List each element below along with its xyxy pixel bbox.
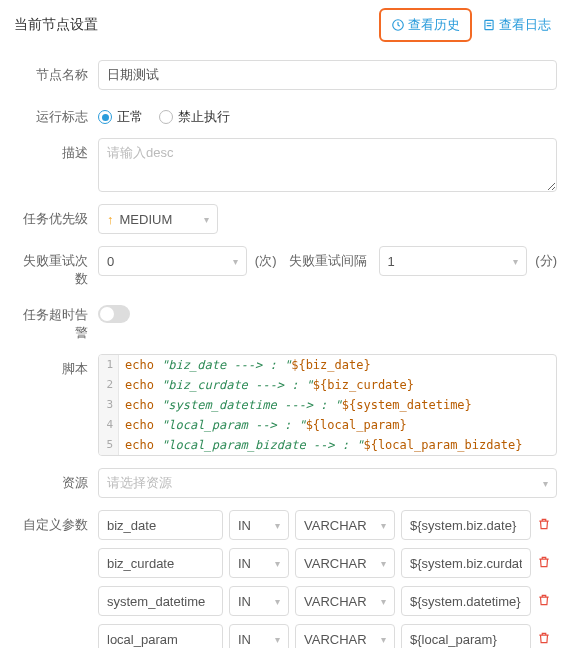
timeout-alarm-label: 任务超时告警	[14, 300, 98, 342]
param-value-input[interactable]	[401, 586, 531, 616]
param-name-input[interactable]	[98, 586, 223, 616]
header-links: 查看历史 查看日志	[379, 8, 557, 42]
code-content: echo "system_datetime ---> : "${system_d…	[119, 395, 478, 415]
priority-select[interactable]: ↑ MEDIUM ▾	[98, 204, 218, 234]
param-direction-select[interactable]: IN▾	[229, 586, 289, 616]
retry-count-label: 失败重试次数	[14, 246, 98, 288]
delete-param-button[interactable]	[537, 555, 551, 572]
view-history-label: 查看历史	[408, 16, 460, 34]
node-name-label: 节点名称	[14, 60, 98, 84]
page-title: 当前节点设置	[14, 16, 379, 34]
param-value-input[interactable]	[401, 548, 531, 578]
param-value-input[interactable]	[401, 624, 531, 648]
resource-select[interactable]: 请选择资源 ▾	[98, 468, 557, 498]
code-line: 4echo "local_param --> : "${local_param}	[99, 415, 556, 435]
code-line: 3echo "system_datetime ---> : "${system_…	[99, 395, 556, 415]
view-log-label: 查看日志	[499, 16, 551, 34]
code-content: echo "local_param --> : "${local_param}	[119, 415, 413, 435]
chevron-down-icon: ▾	[275, 520, 280, 531]
form: 节点名称 运行标志 正常 禁止执行 描述 任务优先级	[0, 52, 571, 648]
retry-interval-unit: (分)	[535, 252, 557, 270]
priority-label: 任务优先级	[14, 204, 98, 228]
code-line: 1echo "biz_date ---> : "${biz_date}	[99, 355, 556, 375]
code-content: echo "biz_date ---> : "${biz_date}	[119, 355, 377, 375]
script-label: 脚本	[14, 354, 98, 378]
param-value-input[interactable]	[401, 510, 531, 540]
param-row: IN▾VARCHAR▾	[98, 624, 571, 648]
chevron-down-icon: ▾	[275, 634, 280, 645]
delete-param-button[interactable]	[537, 631, 551, 648]
line-number: 5	[99, 435, 119, 455]
chevron-down-icon: ▾	[275, 596, 280, 607]
code-line: 5echo "local_param_bizdate --> : "${loca…	[99, 435, 556, 455]
param-row: IN▾VARCHAR▾	[98, 510, 571, 540]
param-row: IN▾VARCHAR▾	[98, 548, 571, 578]
param-direction-select[interactable]: IN▾	[229, 624, 289, 648]
chevron-down-icon: ▾	[204, 214, 209, 225]
delete-param-button[interactable]	[537, 593, 551, 610]
param-direction-select[interactable]: IN▾	[229, 510, 289, 540]
run-flag-normal-label: 正常	[117, 108, 143, 126]
chevron-down-icon: ▾	[381, 520, 386, 531]
priority-value: MEDIUM	[120, 212, 173, 227]
retry-interval-label: 失败重试间隔	[289, 252, 367, 270]
chevron-down-icon: ▾	[381, 558, 386, 569]
line-number: 3	[99, 395, 119, 415]
line-number: 1	[99, 355, 119, 375]
line-number: 4	[99, 415, 119, 435]
desc-textarea[interactable]	[98, 138, 557, 192]
line-number: 2	[99, 375, 119, 395]
log-icon	[482, 18, 496, 32]
code-content: echo "biz_curdate ---> : "${biz_curdate}	[119, 375, 420, 395]
run-flag-group: 正常 禁止执行	[98, 102, 230, 126]
retry-count-value: 0	[107, 254, 114, 269]
run-flag-forbid-label: 禁止执行	[178, 108, 230, 126]
chevron-down-icon: ▾	[381, 596, 386, 607]
param-name-input[interactable]	[98, 624, 223, 648]
param-type-select[interactable]: VARCHAR▾	[295, 624, 395, 648]
param-row: IN▾VARCHAR▾	[98, 586, 571, 616]
header: 当前节点设置 查看历史 查看日志	[0, 0, 571, 52]
run-flag-normal[interactable]: 正常	[98, 108, 143, 126]
chevron-down-icon: ▾	[275, 558, 280, 569]
chevron-down-icon: ▾	[543, 478, 548, 489]
param-name-input[interactable]	[98, 548, 223, 578]
retry-count-select[interactable]: 0 ▾	[98, 246, 247, 276]
arrow-up-icon: ↑	[107, 212, 114, 227]
run-flag-label: 运行标志	[14, 102, 98, 126]
retry-interval-value: 1	[388, 254, 395, 269]
radio-icon	[159, 110, 173, 124]
param-type-select[interactable]: VARCHAR▾	[295, 510, 395, 540]
radio-icon	[98, 110, 112, 124]
view-log-link[interactable]: 查看日志	[472, 8, 557, 42]
chevron-down-icon: ▾	[513, 256, 518, 267]
timeout-alarm-switch[interactable]	[98, 305, 130, 323]
chevron-down-icon: ▾	[233, 256, 238, 267]
retry-count-unit: (次)	[255, 252, 277, 270]
script-editor[interactable]: 1echo "biz_date ---> : "${biz_date}2echo…	[98, 354, 557, 456]
param-direction-select[interactable]: IN▾	[229, 548, 289, 578]
resource-placeholder: 请选择资源	[107, 474, 172, 492]
desc-label: 描述	[14, 138, 98, 162]
history-icon	[391, 18, 405, 32]
retry-interval-select[interactable]: 1 ▾	[379, 246, 528, 276]
custom-params-label: 自定义参数	[14, 510, 98, 534]
run-flag-forbid[interactable]: 禁止执行	[159, 108, 230, 126]
delete-param-button[interactable]	[537, 517, 551, 534]
node-name-input[interactable]	[98, 60, 557, 90]
code-content: echo "local_param_bizdate --> : "${local…	[119, 435, 528, 455]
resource-label: 资源	[14, 468, 98, 492]
param-name-input[interactable]	[98, 510, 223, 540]
param-type-select[interactable]: VARCHAR▾	[295, 586, 395, 616]
chevron-down-icon: ▾	[381, 634, 386, 645]
view-history-link[interactable]: 查看历史	[379, 8, 472, 42]
code-line: 2echo "biz_curdate ---> : "${biz_curdate…	[99, 375, 556, 395]
param-type-select[interactable]: VARCHAR▾	[295, 548, 395, 578]
